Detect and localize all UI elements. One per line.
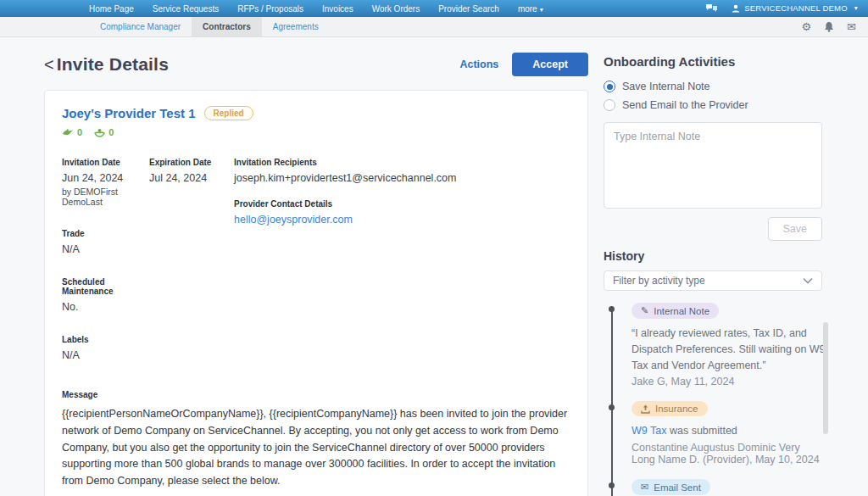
settings-gear-icon[interactable]: [801, 20, 811, 33]
nav-work-orders[interactable]: Work Orders: [372, 4, 420, 14]
recipients-value: joseph.kim+providertest1@servicechannel.…: [234, 172, 570, 184]
radio-button-selected[interactable]: [604, 81, 615, 92]
invite-details-card: Joey's Provider Test 1 Replied 0 0: [44, 90, 588, 496]
user-menu[interactable]: SERVICECHANNEL DEMO: [732, 3, 858, 13]
sub-navigation-bar: Compliance Manager Contractors Agreement…: [0, 17, 868, 37]
timeline-dot: [609, 482, 615, 488]
invitation-date-value: Jun 24, 2024: [62, 172, 149, 184]
message-label: Message: [62, 390, 570, 399]
actions-button[interactable]: Actions: [459, 59, 498, 70]
fields-column-1: Invitation Date Jun 24, 2024 by DEMOFirs…: [62, 158, 149, 383]
fields-column-3: Invitation Recipients joseph.kim+provide…: [234, 158, 570, 383]
chat-icon[interactable]: [705, 3, 718, 14]
invitation-by: by DEMOFirst DemoLast: [62, 187, 149, 207]
dove-count: 0: [77, 127, 82, 137]
envelope-icon: [641, 482, 648, 493]
nav-more-menu[interactable]: more: [518, 4, 543, 14]
internal-note-badge: Internal Note: [632, 303, 719, 319]
tab-agreements[interactable]: Agreements: [262, 17, 330, 36]
dove-icon: [62, 127, 74, 137]
history-item-insurance: Insurance W9 Tax was submitted Constanti…: [632, 401, 822, 465]
nav-rfps-proposals[interactable]: RFPs / Proposals: [237, 4, 303, 14]
nav-provider-search[interactable]: Provider Search: [438, 4, 499, 14]
notifications-bell-icon[interactable]: [824, 21, 834, 32]
fields-column-2: Expiration Date Jul 24, 2024: [149, 158, 234, 383]
history-scrollbar[interactable]: [823, 322, 828, 434]
insurance-badge: Insurance: [632, 401, 708, 416]
counter-diversity: 0: [94, 127, 114, 137]
scheduled-maintenance-value: No.: [62, 301, 149, 313]
radio-save-internal-note[interactable]: Save Internal Note: [604, 81, 822, 92]
provider-contact-email-link[interactable]: hello@joeysprovider.com: [234, 214, 353, 226]
radio-button[interactable]: [604, 99, 615, 111]
timeline-dot: [609, 404, 615, 410]
internal-note-input[interactable]: [604, 122, 822, 209]
tab-compliance-manager[interactable]: Compliance Manager: [89, 17, 192, 36]
message-text: {{recipientPersonNameOrCompanyName}}, {{…: [62, 406, 570, 490]
recipients-label: Invitation Recipients: [234, 158, 570, 167]
page-title: Invite Details: [57, 54, 169, 75]
history-note-meta: Jake G, May 11, 2024: [632, 376, 822, 387]
history-item-internal-note: Internal Note “I already reviewed rates,…: [632, 303, 822, 387]
save-button[interactable]: Save: [768, 217, 823, 241]
trade-label: Trade: [62, 229, 149, 238]
user-name: SERVICECHANNEL DEMO: [744, 3, 848, 13]
insurance-body-text: was submitted: [666, 425, 737, 437]
top-navigation-bar: Home Page Service Requests RFPs / Propos…: [0, 0, 868, 17]
history-item-email-sent: Email Sent “Hi Provider, I’d like to rem…: [632, 479, 822, 496]
messages-envelope-icon[interactable]: [847, 20, 856, 33]
history-note-text: “I already reviewed rates, Tax ID, and D…: [632, 326, 828, 373]
diversity-icon: [94, 127, 105, 137]
onboarding-activities-panel: Onboarding Activities Save Internal Note…: [604, 49, 822, 496]
labels-label: Labels: [62, 335, 149, 344]
upload-icon: [641, 404, 650, 414]
panel-title: Onboarding Activities: [604, 54, 822, 69]
top-nav-links: Home Page Service Requests RFPs / Propos…: [89, 4, 543, 14]
invitation-date-label: Invitation Date: [62, 158, 149, 167]
accept-button[interactable]: Accept: [512, 53, 588, 76]
radio-send-email[interactable]: Send Email to the Provider: [604, 99, 822, 111]
nav-home-page[interactable]: Home Page: [89, 4, 134, 14]
nav-service-requests[interactable]: Service Requests: [153, 4, 219, 14]
w9-tax-link[interactable]: W9 Tax: [632, 425, 666, 437]
diversity-count: 0: [108, 127, 114, 137]
counter-dove: 0: [62, 127, 82, 137]
history-insurance-meta: Constantine Augustus Dominic Very Long N…: [632, 442, 822, 465]
provider-contact-label: Provider Contact Details: [234, 199, 570, 209]
timeline-dot: [609, 306, 615, 312]
history-title: History: [604, 249, 822, 263]
scheduled-maintenance-label: Scheduled Maintenance: [62, 277, 149, 296]
trade-value: N/A: [62, 243, 149, 255]
tab-contractors[interactable]: Contractors: [192, 17, 262, 36]
back-chevron-icon[interactable]: <: [44, 56, 54, 73]
chevron-down-icon: [803, 277, 813, 284]
labels-value: N/A: [62, 349, 149, 361]
expiration-date-value: Jul 24, 2024: [149, 172, 234, 184]
nav-invoices[interactable]: Invoices: [322, 4, 353, 14]
expiration-date-label: Expiration Date: [149, 158, 234, 167]
person-icon: [732, 4, 740, 13]
status-badge: Replied: [204, 106, 253, 120]
page-header: < Invite Details Actions Accept: [44, 53, 588, 76]
activity-filter-dropdown[interactable]: Filter by activity type: [604, 270, 822, 291]
email-sent-badge: Email Sent: [632, 479, 710, 495]
provider-name-link[interactable]: Joey's Provider Test 1: [62, 106, 196, 120]
history-timeline: Internal Note “I already reviewed rates,…: [604, 303, 822, 496]
pencil-icon: [641, 305, 648, 316]
